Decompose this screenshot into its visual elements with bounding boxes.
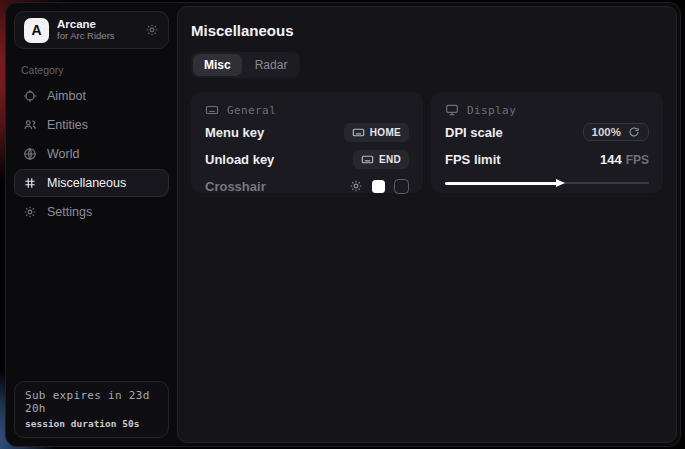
app-window: A Arcane for Arc Riders Category <box>5 2 681 447</box>
sidebar: A Arcane for Arc Riders Category <box>6 3 177 446</box>
crosshair-checkbox[interactable] <box>394 179 409 194</box>
refresh-icon <box>628 126 640 138</box>
sidebar-item-label: Aimbot <box>47 89 86 103</box>
keyboard-icon <box>205 103 219 117</box>
dpi-scale-label: DPI scale <box>445 125 503 140</box>
menu-key-bind-button[interactable]: HOME <box>344 123 409 142</box>
fps-limit-label: FPS limit <box>445 152 501 167</box>
grid-icon <box>23 176 37 190</box>
sub-expires-text: Sub expires in 23d 20h <box>25 389 158 415</box>
app-subtitle: for Arc Riders <box>57 31 115 42</box>
fps-slider-thumb[interactable] <box>556 179 565 187</box>
crosshair-icon <box>23 89 37 103</box>
keyboard-icon <box>361 153 374 166</box>
settings-gear-icon[interactable] <box>145 23 159 37</box>
gear-icon <box>23 205 37 219</box>
fps-limit-unit: FPS <box>626 153 649 167</box>
display-card: Display DPI scale 100% FPS limit <box>431 92 663 193</box>
crosshair-controls <box>349 179 409 194</box>
crosshair-color-swatch[interactable] <box>372 180 385 193</box>
sidebar-item-aimbot[interactable]: Aimbot <box>14 82 169 110</box>
menu-key-value: HOME <box>370 127 401 138</box>
dpi-scale-row: DPI scale 100% <box>445 120 649 144</box>
sidebar-item-label: World <box>47 147 79 161</box>
fps-limit-value-group: 144FPS <box>600 150 649 168</box>
desktop-background: { "app": { "logo_letter": "A", "title": … <box>0 0 685 449</box>
tab-radar[interactable]: Radar <box>244 54 299 76</box>
dpi-scale-value: 100% <box>592 126 621 138</box>
app-logo: A <box>24 18 49 43</box>
sidebar-item-label: Settings <box>47 205 92 219</box>
app-header-card: A Arcane for Arc Riders <box>14 11 169 49</box>
display-card-title: Display <box>467 104 516 117</box>
fps-limit-row: FPS limit 144FPS <box>445 147 649 171</box>
unload-key-label: Unload key <box>205 152 274 167</box>
sidebar-item-entities[interactable]: Entities <box>14 111 169 139</box>
category-label: Category <box>21 64 169 76</box>
general-card-title: General <box>227 104 276 117</box>
sidebar-item-settings[interactable]: Settings <box>14 198 169 226</box>
unload-key-bind-button[interactable]: END <box>353 150 409 169</box>
monitor-icon <box>445 103 459 117</box>
main-panel: Miscellaneous Misc Radar General Menu ke… <box>177 6 677 443</box>
dpi-scale-control[interactable]: 100% <box>583 123 649 141</box>
unload-key-value: END <box>379 154 401 165</box>
tab-misc[interactable]: Misc <box>193 54 242 76</box>
fps-limit-value: 144 <box>600 152 622 167</box>
tab-bar: Misc Radar <box>191 52 300 78</box>
unload-key-row: Unload key END <box>205 147 409 171</box>
sidebar-item-miscellaneous[interactable]: Miscellaneous <box>14 169 169 197</box>
page-title: Miscellaneous <box>191 22 663 39</box>
sidebar-item-label: Entities <box>47 118 88 132</box>
crosshair-row: Crosshair <box>205 174 409 198</box>
sidebar-item-world[interactable]: World <box>14 140 169 168</box>
crosshair-settings-gear-icon[interactable] <box>349 179 363 193</box>
globe-icon <box>23 147 37 161</box>
crosshair-label: Crosshair <box>205 179 266 194</box>
sidebar-item-label: Miscellaneous <box>47 176 126 190</box>
users-icon <box>23 118 37 132</box>
menu-key-label: Menu key <box>205 125 264 140</box>
session-duration-text: session duration 50s <box>25 418 158 429</box>
general-card-header: General <box>205 103 409 117</box>
menu-key-row: Menu key HOME <box>205 120 409 144</box>
sidebar-nav: Aimbot Entities World <box>14 82 169 226</box>
subscription-info-card: Sub expires in 23d 20h session duration … <box>14 381 169 438</box>
settings-cards: General Menu key HOME Unload key <box>191 92 663 193</box>
keyboard-icon <box>352 126 365 139</box>
general-card: General Menu key HOME Unload key <box>191 92 423 193</box>
display-card-header: Display <box>445 103 649 117</box>
fps-slider-fill <box>445 182 559 185</box>
fps-limit-slider[interactable] <box>445 178 649 188</box>
